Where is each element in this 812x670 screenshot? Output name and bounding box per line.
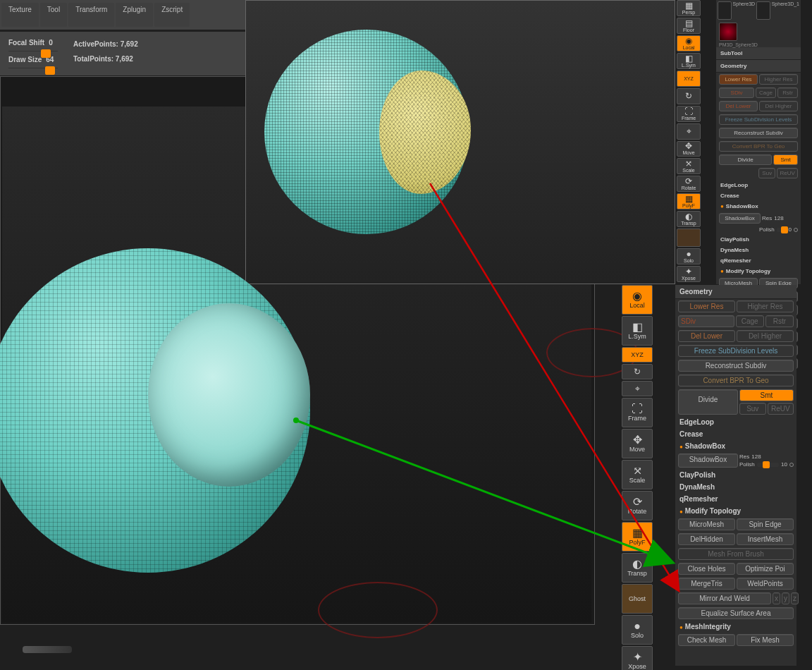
fix-mesh-button[interactable]: Fix Mesh	[737, 634, 794, 646]
del-higher-button[interactable]: Del Higher	[759, 101, 798, 111]
edgeloop-section[interactable]: EdgeLoop	[716, 180, 801, 190]
frame-button[interactable]: ⛶Frame	[622, 398, 653, 427]
rstr-button[interactable]: Rstr	[765, 315, 794, 327]
xyz-button[interactable]: XYZ	[622, 347, 653, 363]
rotate-button[interactable]: ⟳Rotate	[622, 491, 653, 520]
optimize-button[interactable]: Optimize Poi	[737, 563, 794, 575]
draw-size-slider[interactable]	[8, 68, 58, 68]
reconstruct-button[interactable]: Reconstruct Subdiv	[719, 128, 798, 138]
del-higher-button[interactable]: Del Higher	[737, 330, 794, 342]
dynamesh-section[interactable]: DynaMesh	[716, 245, 801, 255]
equalize-button[interactable]: Equalize Surface Area	[678, 607, 794, 619]
del-lower-button[interactable]: Del Lower	[678, 330, 735, 342]
rstr-button[interactable]: Rstr	[777, 87, 798, 98]
edgeloop-section[interactable]: EdgeLoop	[675, 416, 796, 428]
frame-button[interactable]: ⛶Frame	[677, 106, 701, 122]
material-ball[interactable]	[719, 23, 737, 41]
claypolish-section[interactable]: ClayPolish	[675, 469, 796, 481]
suv-button[interactable]: Suv	[739, 403, 766, 415]
subtool-thumb-a[interactable]	[718, 1, 732, 20]
subtool-thumb-b[interactable]	[756, 1, 770, 20]
solo-button[interactable]: ●Solo	[622, 615, 653, 645]
menu-zplugin[interactable]: Zplugin	[116, 3, 153, 27]
xyz-button[interactable]: XYZ	[677, 71, 701, 87]
cage-button[interactable]: Cage	[756, 87, 776, 98]
crease-section[interactable]: Crease	[716, 190, 801, 201]
menu-transform[interactable]: Transform	[68, 3, 114, 27]
suv-button[interactable]: Suv	[758, 168, 775, 178]
transp-button[interactable]: ◐Transp	[677, 211, 701, 227]
shadowbox-section[interactable]: ShadowBox	[675, 440, 796, 452]
higher-res-button[interactable]: Higher Res	[737, 300, 794, 312]
del-lower-button[interactable]: Del Lower	[719, 101, 758, 111]
close-holes-button[interactable]: Close Holes	[678, 563, 735, 575]
orbit-button[interactable]: ↻	[622, 364, 653, 379]
target-button[interactable]: ⌖	[677, 123, 701, 140]
sdiv-slider[interactable]: SDiv	[678, 315, 734, 327]
floor-button[interactable]: ▤Floor	[677, 18, 701, 34]
xpose-button[interactable]: ✦Xpose	[622, 646, 653, 670]
shadowbox-section[interactable]: ShadowBox	[716, 201, 801, 212]
check-mesh-button[interactable]: Check Mesh	[678, 634, 735, 646]
divide-button[interactable]: Divide	[719, 154, 772, 165]
target-button[interactable]: ⌖	[622, 381, 653, 396]
rotate-button[interactable]: ⟳Rotate	[677, 176, 701, 192]
geometry-header[interactable]: Geometry	[716, 60, 801, 73]
xpose-button[interactable]: ✦Xpose	[677, 266, 701, 282]
lower-res-button[interactable]: Lower Res	[719, 74, 758, 85]
orbit-button[interactable]: ↻	[677, 88, 701, 104]
freeze-subdiv-button[interactable]: Freeze SubDivision Levels	[678, 345, 794, 357]
menu-texture[interactable]: Texture	[1, 3, 39, 27]
cage-button[interactable]: Cage	[736, 315, 764, 327]
menu-zscript[interactable]: Zscript	[154, 3, 190, 27]
mergetris-button[interactable]: MergeTris	[678, 578, 735, 590]
transp-button[interactable]: ◐Transp	[622, 553, 653, 583]
scale-button[interactable]: ⤧Scale	[622, 460, 653, 489]
insertmesh-button[interactable]: InsertMesh	[737, 533, 794, 545]
ghost-button[interactable]	[677, 229, 701, 247]
scale-button[interactable]: ⤧Scale	[677, 158, 701, 174]
divide-button[interactable]: Divide	[678, 389, 738, 415]
freeze-subdiv-button[interactable]: Freeze SubDivision Levels	[719, 114, 798, 125]
smt-button[interactable]: Smt	[739, 389, 794, 401]
subtool-header[interactable]: SubTool	[716, 47, 801, 60]
reconstruct-button[interactable]: Reconstruct Subdiv	[678, 360, 794, 372]
micromesh-button[interactable]: MicroMesh	[678, 518, 735, 530]
modify-topology-section[interactable]: Modify Topology	[716, 266, 801, 276]
reuv-button[interactable]: ReUV	[768, 403, 794, 415]
mesh-from-brush-button[interactable]: Mesh From Brush	[678, 548, 794, 560]
move-button[interactable]: ✥Move	[677, 141, 701, 157]
spin-edge-button[interactable]: Spin Edge	[737, 518, 794, 530]
shadowbox-button[interactable]: ShadowBox	[678, 453, 738, 468]
persp-button[interactable]: ▦Persp	[677, 0, 701, 16]
qremesher-section[interactable]: qRemesher	[716, 255, 801, 266]
focal-shift-slider[interactable]	[8, 51, 58, 51]
weldpoints-button[interactable]: WeldPoints	[737, 578, 794, 590]
solo-button[interactable]: ●Solo	[677, 248, 701, 264]
reuv-button[interactable]: ReUV	[777, 168, 798, 178]
subtool-a[interactable]: Sphere3D	[733, 1, 756, 20]
menu-tool[interactable]: Tool	[40, 3, 67, 27]
local-button[interactable]: ◉Local	[622, 285, 653, 315]
meshintegrity-section[interactable]: MeshIntegrity	[675, 621, 796, 633]
claypolish-section[interactable]: ClayPolish	[716, 234, 801, 245]
subtool-b[interactable]: Sphere3D_1	[772, 1, 799, 20]
dynamesh-section[interactable]: DynaMesh	[675, 481, 796, 493]
shadowbox-button[interactable]: ShadowBox	[719, 213, 761, 224]
modify-topology-section[interactable]: Modify Topology	[675, 505, 796, 517]
geometry-header[interactable]: Geometry	[675, 285, 796, 299]
delhidden-button[interactable]: DelHidden	[678, 533, 735, 545]
polyf-button[interactable]: ▦PolyF	[677, 193, 701, 209]
lower-res-button[interactable]: Lower Res	[678, 300, 735, 312]
crease-section[interactable]: Crease	[675, 428, 796, 440]
smt-button[interactable]: Smt	[773, 154, 798, 165]
ghost-button[interactable]: Ghost	[622, 584, 653, 614]
mirror-weld-button[interactable]: Mirror And Weld	[678, 592, 771, 604]
qremesher-section[interactable]: qRemesher	[675, 493, 796, 505]
higher-res-button[interactable]: Higher Res	[759, 74, 798, 85]
lsym-button[interactable]: ◧L.Sym	[677, 53, 701, 69]
polyf-button[interactable]: ▦PolyF	[622, 522, 653, 552]
sdiv-slider[interactable]: SDiv	[719, 87, 754, 98]
lsym-button[interactable]: ◧L.Sym	[622, 316, 653, 346]
convert-bpr-button[interactable]: Convert BPR To Geo	[719, 141, 798, 152]
